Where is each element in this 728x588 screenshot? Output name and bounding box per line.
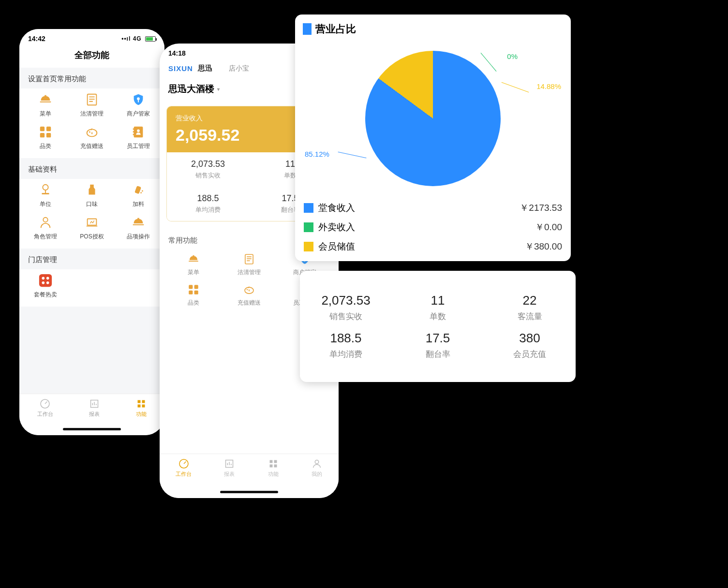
func-scale[interactable]: 单位 (22, 183, 69, 208)
grid-icon (267, 458, 279, 470)
cloche-icon (131, 215, 146, 230)
section-header-base: 基础资料 (19, 158, 164, 179)
grid-icon (135, 398, 147, 410)
func-bottle[interactable]: 口味 (69, 183, 115, 208)
legend-swatch (304, 203, 313, 213)
func-grid-red[interactable]: 套餐热卖 (22, 273, 69, 299)
func-grid[interactable]: 品类 (22, 125, 69, 150)
legend-name: 堂食收入 (318, 202, 355, 214)
tab-label: 工作台 (37, 411, 53, 418)
tab-gauge[interactable]: 工作台 (37, 398, 53, 418)
section-header-home: 设置首页常用功能 (19, 68, 164, 88)
func-grid[interactable]: 品类 (165, 283, 221, 307)
func-cloche[interactable]: 菜单 (22, 92, 69, 118)
piggy-icon (85, 125, 99, 139)
metric-label: 单均消费 (167, 206, 249, 214)
gauge-icon (178, 458, 190, 470)
card-revenue-share: 营业占比 85.12% 0% 14.88% 堂食收入￥2173.53外卖收入￥0… (295, 15, 571, 261)
stat-value: 380 (484, 331, 576, 346)
stat-value: 11 (392, 293, 484, 308)
page-title: 全部功能 (19, 44, 164, 68)
func-label: 品项操作 (127, 233, 150, 241)
shield-icon (131, 92, 146, 107)
person-icon (38, 215, 53, 230)
brand-logo-cn: 思迅 (198, 64, 212, 73)
status-time: 14:42 (28, 35, 45, 43)
func-piggy[interactable]: 充值赠送 (221, 283, 277, 307)
book-icon (131, 125, 146, 139)
func-shield[interactable]: 商户管家 (115, 92, 162, 118)
func-label: 充值赠送 (238, 299, 261, 307)
grid-icon (187, 283, 200, 296)
chart-icon (223, 458, 235, 470)
pie-graphic (365, 51, 501, 186)
legend-name: 外卖收入 (318, 221, 355, 234)
legend-row: 堂食收入￥2173.53 (304, 198, 562, 218)
stats-grid: 2,073.53销售实收11单数22客流量188.5单均消费17.5翻台率380… (300, 271, 576, 382)
user-icon (311, 458, 323, 470)
legend-name: 会员储值 (318, 240, 355, 253)
stat-label: 翻台率 (392, 349, 484, 360)
pie-label-small: 0% (507, 52, 518, 60)
func-label: 加料 (133, 200, 144, 208)
stat-value: 17.5 (392, 331, 484, 346)
func-label: 沽清管理 (238, 268, 261, 277)
status-icons: ••ıl 4G (121, 35, 156, 42)
chevron-down-icon: ▾ (217, 87, 220, 92)
stat-label: 单数 (392, 311, 484, 322)
bottle-icon (85, 183, 99, 197)
func-cloche[interactable]: 品项操作 (115, 215, 162, 241)
legend-swatch (304, 222, 313, 232)
stat-label: 会员充值 (484, 349, 576, 360)
func-label: 充值赠送 (80, 142, 104, 150)
func-label: POS授权 (80, 233, 104, 241)
stat-cell: 11单数 (392, 293, 484, 322)
metric-value: 2,073.53 (167, 159, 249, 169)
tab-label: 报表 (89, 411, 100, 418)
grid-base: 单位口味加料角色管理POS授权品项操作 (19, 179, 164, 249)
phone-all-functions: 14:42 ••ıl 4G 全部功能 设置首页常用功能 菜单沽清管理商户管家品类… (19, 29, 164, 435)
tab-chart[interactable]: 报表 (89, 398, 100, 418)
legend-amount: ￥2173.53 (520, 202, 562, 214)
pie-legend: 堂食收入￥2173.53外卖收入￥0.00会员储值￥380.00 (295, 198, 571, 261)
signal-icon: ••ıl (121, 35, 131, 42)
tab-grid[interactable]: 功能 (267, 458, 279, 478)
home-indicator (63, 428, 121, 430)
func-label: 员工管理 (127, 142, 150, 150)
status-bar: 14:42 ••ıl 4G (19, 29, 164, 44)
tab-user[interactable]: 我的 (311, 458, 323, 478)
section-header-store: 门店管理 (19, 249, 164, 269)
grid-home-functions: 菜单沽清管理商户管家品类充值赠送员工管理 (19, 88, 164, 158)
func-label: 沽清管理 (80, 110, 104, 118)
card-title: 营业占比 (315, 22, 356, 36)
stat-label: 单均消费 (300, 349, 392, 360)
func-shaker[interactable]: 加料 (115, 183, 162, 208)
metric-label: 销售实收 (167, 171, 249, 180)
func-laptop[interactable]: POS授权 (69, 215, 115, 241)
grid-icon (38, 125, 53, 139)
tab-chart[interactable]: 报表 (223, 458, 235, 478)
func-doc[interactable]: 沽清管理 (221, 253, 277, 277)
func-cloche[interactable]: 菜单 (165, 253, 221, 277)
func-label: 角色管理 (34, 233, 57, 241)
legend-amount: ￥0.00 (535, 221, 562, 234)
laptop-icon (85, 215, 99, 230)
metric-value: 188.5 (167, 193, 249, 204)
tab-gauge[interactable]: 工作台 (176, 458, 192, 478)
legend-row: 会员储值￥380.00 (304, 237, 562, 256)
func-label: 商户管家 (127, 110, 150, 118)
func-label: 菜单 (40, 110, 51, 118)
rev-cell: 188.5单均消费 (167, 187, 249, 221)
cloche-icon (38, 92, 53, 107)
legend-swatch (304, 242, 313, 251)
func-person[interactable]: 角色管理 (22, 215, 69, 241)
status-time: 14:18 (168, 49, 186, 57)
func-label: 套餐热卖 (34, 291, 57, 299)
func-book[interactable]: 员工管理 (115, 125, 162, 150)
tab-grid[interactable]: 功能 (135, 398, 147, 418)
legend-row: 外卖收入￥0.00 (304, 218, 562, 237)
func-doc[interactable]: 沽清管理 (69, 92, 115, 118)
stat-cell: 380会员充值 (484, 331, 576, 360)
card-header: 营业占比 (295, 15, 571, 39)
func-piggy[interactable]: 充值赠送 (69, 125, 115, 150)
